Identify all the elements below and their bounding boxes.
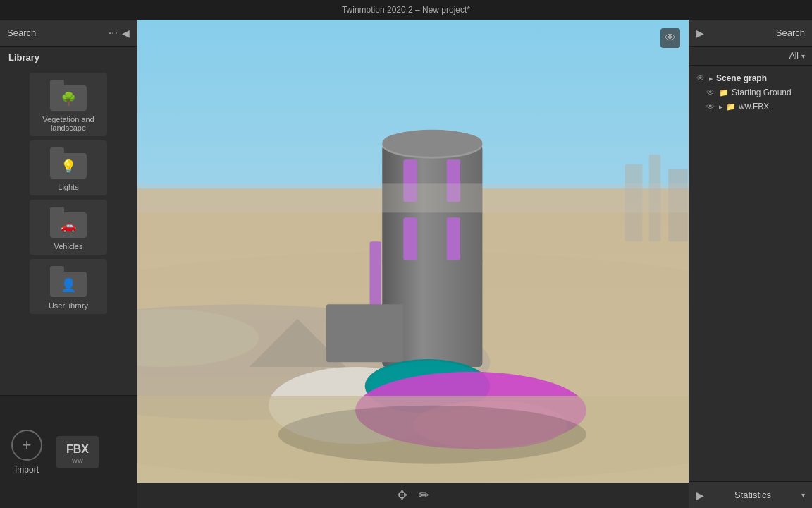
collapse-icon: ▸ <box>709 74 713 83</box>
pen-tool-icon[interactable]: ✏ <box>419 488 429 503</box>
folder-icon: 🌳 <box>50 80 87 111</box>
collapse-panel-button[interactable]: ◀ <box>122 28 130 39</box>
svg-rect-19 <box>384 131 481 150</box>
statistics-chevron-icon[interactable]: ▾ <box>801 491 805 499</box>
right-top-toolbar: ▶ Search <box>689 20 812 47</box>
vegetation-label: Vegetation and landscape <box>34 115 103 132</box>
filter-all-label: All <box>789 51 799 61</box>
scene-graph-row-ww-fbx[interactable]: 👁 ▸ 📁 ww.FBX <box>695 99 806 114</box>
fbx-item[interactable]: FBX ww <box>56 436 99 468</box>
folder-icon: 🚗 <box>50 207 87 238</box>
ww-fbx-label: ww.FBX <box>739 102 769 111</box>
import-label: Import <box>15 465 39 475</box>
play-bottom-button[interactable]: ▶ <box>696 490 704 501</box>
left-bottom-panel: + Import FBX ww <box>0 395 137 508</box>
scene-graph-label: Scene graph <box>716 73 767 83</box>
left-search-bar: Search ··· ◀ <box>0 20 137 47</box>
move-tool-icon[interactable]: ✥ <box>397 488 407 503</box>
user-library-icon: 👤 <box>61 277 76 293</box>
lights-label: Lights <box>58 183 78 191</box>
scene-canvas <box>137 20 689 508</box>
main-layout: Search ··· ◀ Library 🌳 Vegetation and la… <box>0 20 812 508</box>
right-search-label: Search <box>704 28 805 38</box>
folder-ww-icon: 📁 <box>726 102 736 111</box>
eye-toggle-icon[interactable]: 👁 <box>696 73 706 83</box>
left-panel: Search ··· ◀ Library 🌳 Vegetation and la… <box>0 20 137 508</box>
folder-icon: 👤 <box>50 266 87 297</box>
folder-icon: 💡 <box>50 147 87 179</box>
fbx-label: FBX <box>66 443 89 456</box>
import-button[interactable]: + Import <box>11 430 42 475</box>
folder-small-icon: 📁 <box>719 88 729 97</box>
library-item-vehicles[interactable]: 🚗 Vehicles <box>30 200 107 255</box>
user-library-label: User library <box>49 301 88 310</box>
play-button[interactable]: ▶ <box>696 28 704 39</box>
title-bar: Twinmotion 2020.2 – New project* <box>0 0 812 20</box>
viewport-toolbar: ✥ ✏ <box>137 483 689 508</box>
starting-ground-label: Starting Ground <box>732 87 792 97</box>
import-plus-icon: + <box>11 430 42 461</box>
more-options-button[interactable]: ··· <box>109 27 118 40</box>
vehicles-label: Vehicles <box>54 242 83 250</box>
filter-chevron-icon[interactable]: ▾ <box>801 52 805 60</box>
svg-point-38 <box>278 406 586 464</box>
library-title: Library <box>0 47 137 68</box>
vegetation-icon: 🌳 <box>61 91 76 107</box>
library-item-vegetation[interactable]: 🌳 Vegetation and landscape <box>30 73 107 136</box>
eye-toggle-starting-ground[interactable]: 👁 <box>706 87 716 97</box>
statistics-label: Statistics <box>734 490 771 500</box>
library-item-user-library[interactable]: 👤 User library <box>30 259 107 314</box>
right-panel: ▶ Search All ▾ 👁 ▸ Scene graph 👁 📁 Start… <box>689 20 812 508</box>
collapse-ww-icon: ▸ <box>719 102 723 111</box>
svg-rect-22 <box>403 217 417 260</box>
scene-graph-row-root[interactable]: 👁 ▸ Scene graph <box>695 71 806 85</box>
right-bottom-toolbar: ▶ Statistics ▾ <box>689 481 812 508</box>
svg-rect-25 <box>326 304 403 362</box>
library-item-lights[interactable]: 💡 Lights <box>30 140 107 195</box>
viewport[interactable]: 👁 ✥ ✏ <box>137 20 689 508</box>
svg-rect-23 <box>447 217 460 260</box>
svg-rect-24 <box>370 241 381 309</box>
fbx-sub-label: ww <box>72 456 83 464</box>
scene-graph-section: 👁 ▸ Scene graph 👁 📁 Starting Ground 👁 ▸ … <box>689 66 812 481</box>
library-grid: 🌳 Vegetation and landscape 💡 Lights <box>0 68 137 318</box>
vehicles-icon: 🚗 <box>61 218 76 234</box>
svg-rect-39 <box>137 183 689 212</box>
visibility-toggle-button[interactable]: 👁 <box>660 28 680 48</box>
filter-row: All ▾ <box>689 47 812 66</box>
scene-graph-row-starting-ground[interactable]: 👁 📁 Starting Ground <box>695 85 806 99</box>
eye-icon: 👁 <box>665 32 676 44</box>
eye-toggle-ww-fbx[interactable]: 👁 <box>706 102 716 111</box>
lights-icon: 💡 <box>61 159 76 174</box>
app-title: Twinmotion 2020.2 – New project* <box>342 5 470 15</box>
left-search-label: Search <box>7 28 109 38</box>
